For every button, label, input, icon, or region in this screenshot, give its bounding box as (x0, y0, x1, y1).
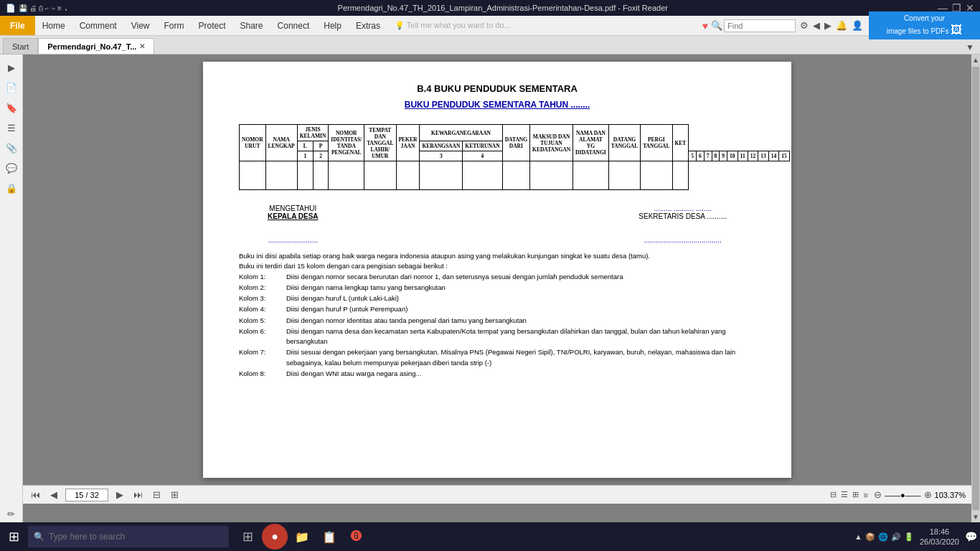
menu-protect[interactable]: Protect (192, 16, 233, 35)
title-bar: 📄 💾 🖨 ⎙ ↩ ↪ ≡ ▾ Permendagri_No.47_TH_201… (0, 0, 980, 16)
taskbar-search-input[interactable] (49, 532, 223, 542)
taskbar-time[interactable]: 18:46 26/03/2020 (920, 527, 959, 547)
view-icon1[interactable]: ⊟ (151, 489, 163, 501)
menu-extras[interactable]: Extras (349, 16, 387, 35)
sidebar-sign-icon[interactable]: ✏ (3, 505, 20, 522)
menu-file[interactable]: File (0, 16, 35, 35)
desc-col3: Kolom 3: Diisi dengan huruf L (untuk Lak… (239, 293, 755, 303)
menu-share[interactable]: Share (233, 16, 270, 35)
menu-comment[interactable]: Comment (72, 16, 124, 35)
find-input[interactable] (724, 19, 796, 32)
desc-col2: Kolom 2: Diisi dengan nama lengkap tamu … (239, 283, 755, 293)
view-icon2[interactable]: ⊞ (169, 489, 181, 501)
num-15: 15 (779, 151, 790, 161)
scroll-up[interactable]: ▲ (971, 55, 980, 65)
desc-col4: Kolom 4: Diisi dengan huruf P (untuk Per… (239, 304, 755, 314)
taskbar-app-taskview[interactable]: ⊞ (235, 524, 260, 550)
taskbar-app-4[interactable]: 🅖 (344, 524, 369, 550)
tray-volume[interactable]: 🔊 (891, 532, 901, 542)
sidebar-page-icon[interactable]: 📄 (3, 79, 20, 96)
search-container (724, 19, 796, 32)
double-page-icon[interactable]: ⊞ (852, 490, 859, 499)
sys-tray: ▲ 📦 🌐 🔊 🔋 (854, 532, 914, 542)
menu-help[interactable]: Help (316, 16, 349, 35)
page-number-input[interactable] (65, 489, 108, 501)
tab-close-icon[interactable]: ✕ (139, 42, 145, 50)
taskbar-search: 🔍 (28, 526, 229, 547)
app-icon: 📄 (6, 4, 16, 13)
search-icon: 🔍 (711, 20, 722, 31)
num-5: 5 (689, 151, 697, 161)
menu-whatdo[interactable]: 💡 Tell me what you want to do... (387, 16, 518, 35)
notification-center[interactable]: 💬 (965, 531, 977, 542)
tab-pdf-label: Permendagri_No.47_T... (47, 42, 136, 51)
settings-icon[interactable]: ⚙ (798, 19, 810, 32)
nav-last[interactable]: ⏭ (131, 489, 145, 501)
col-nama: NAMALENGKAP (265, 125, 297, 161)
user-icon[interactable]: 👤 (850, 19, 864, 32)
num-3: 3 (420, 151, 463, 161)
menu-form[interactable]: Form (157, 16, 192, 35)
nav-next[interactable]: ▶ (114, 489, 126, 501)
col-datang-dari: DATANG DARI (502, 125, 529, 161)
sidebar-bookmark-icon[interactable]: 🔖 (3, 99, 20, 116)
tray-battery: 🔋 (904, 532, 914, 542)
menu-view[interactable]: View (124, 16, 157, 35)
col-kewarganegaraan: KEWARGANEGARAAN (420, 125, 502, 141)
sidebar-layers-icon[interactable]: ☰ (3, 119, 20, 136)
zoom-in-btn[interactable]: ⊕ (924, 489, 932, 500)
scroll-thumb[interactable] (972, 67, 979, 510)
sig-mengetahui: MENGETAHUI (268, 204, 319, 212)
tab-pdf[interactable]: Permendagri_No.47_T... ✕ (38, 38, 154, 54)
heart-icon: ♥ (702, 20, 708, 32)
col-p: P (313, 141, 328, 151)
tray-network[interactable]: 🌐 (878, 532, 888, 542)
sidebar-expand-icon[interactable]: ▶ (3, 59, 20, 76)
next-find-icon[interactable]: ▶ (823, 19, 833, 32)
single-page-icon[interactable]: ☰ (841, 490, 848, 499)
taskbar-app-3[interactable]: 📋 (316, 524, 342, 550)
taskbar-app-2[interactable]: 📁 (289, 524, 315, 550)
notification-icon[interactable]: 🔔 (834, 19, 849, 32)
nav-prev[interactable]: ◀ (48, 489, 60, 501)
sidebar-comment-icon[interactable]: 💬 (3, 159, 20, 176)
col-datang-tgl: DATANGTANGGAL (608, 125, 640, 161)
sidebar-lock-icon[interactable]: 🔒 (3, 179, 20, 197)
table-row (240, 161, 790, 190)
taskbar-app-1[interactable]: ● (262, 524, 288, 550)
nav-first[interactable]: ⏮ (29, 489, 42, 501)
menu-home[interactable]: Home (35, 16, 72, 35)
start-button[interactable]: ⊞ (3, 526, 25, 547)
desc-intro2: Buku ini terdiri dari 15 kolom dengan ca… (239, 261, 755, 271)
pdf-table: NOMORURUT NAMALENGKAP JENISKELAMIN NOMOR… (239, 124, 790, 190)
sig-right-dots: ......... .......... ........ (639, 204, 727, 212)
scrollbar[interactable]: ▲ ▼ (971, 55, 980, 522)
bottom-icons: ⊟ ☰ ⊞ ≡ (830, 490, 867, 499)
tray-dropbox[interactable]: 📦 (865, 532, 875, 542)
num-6: 6 (697, 151, 705, 161)
convert-banner[interactable]: Convert your image files to PDFs 🖼 (869, 11, 980, 40)
desc-col8: Kolom 8: Diisi dengan WNI atau warga neg… (239, 369, 755, 379)
time-display: 18:46 (920, 527, 959, 537)
pdf-area: B.4 BUKU PENDUDUK SEMENTARA BUKU PENDUDU… (23, 55, 971, 522)
desc-col5: Kolom 5: Diisi dengan nomor identitas at… (239, 316, 755, 326)
scroll-down[interactable]: ▼ (971, 512, 980, 522)
num-1: 1 (297, 151, 313, 161)
zoom-out-btn[interactable]: ⊖ (874, 489, 882, 500)
col-jenis-kelamin: JENISKELAMIN (297, 125, 329, 141)
scroll-icon[interactable]: ≡ (863, 491, 867, 499)
quick-access-icons: 💾 🖨 ⎙ ↩ ↪ ≡ ▾ (19, 4, 68, 12)
tabs-dropdown[interactable]: ▼ (963, 41, 977, 54)
sidebar-clip-icon[interactable]: 📎 (3, 139, 20, 156)
zoom-slider[interactable]: ——●—— (885, 491, 921, 499)
main-area: ▶ 📄 🔖 ☰ 📎 💬 🔒 ✏ B.4 BUKU PENDUDUK SEMENT… (0, 55, 980, 522)
tab-start[interactable]: Start (3, 38, 38, 54)
banner-line1: Convert your (904, 14, 945, 22)
fit-icon[interactable]: ⊟ (830, 490, 837, 499)
menu-connect[interactable]: Connect (270, 16, 317, 35)
prev-find-icon[interactable]: ◀ (811, 19, 821, 32)
tray-arrow[interactable]: ▲ (854, 532, 862, 541)
sig-sekretaris: SEKRETARIS DESA .......... (639, 212, 727, 220)
num-7: 7 (704, 151, 712, 161)
title-bar-left: 📄 💾 🖨 ⎙ ↩ ↪ ≡ ▾ (6, 4, 68, 13)
